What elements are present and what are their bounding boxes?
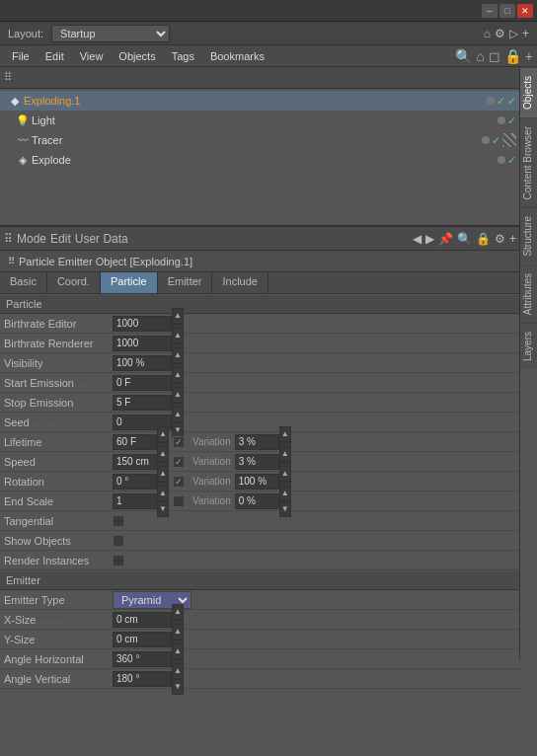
rotation-var-up[interactable]: ▲	[279, 466, 291, 482]
add-icon[interactable]: +	[525, 48, 533, 64]
show-objects-checkbox[interactable]	[113, 535, 124, 547]
visibility-up[interactable]: ▲	[172, 347, 184, 363]
angle-h-up[interactable]: ▲	[172, 643, 184, 659]
end-scale-var-input[interactable]	[235, 493, 279, 509]
tangential-checkbox[interactable]	[113, 515, 124, 527]
tab-coord[interactable]: Coord.	[47, 272, 101, 293]
section-emitter: Emitter	[0, 570, 520, 590]
tab-particle[interactable]: Particle	[101, 272, 158, 293]
dot-tracer1	[482, 136, 490, 144]
birthrate-editor-up[interactable]: ▲	[172, 308, 184, 324]
end-scale-up[interactable]: ▲	[157, 486, 169, 501]
menu-view[interactable]: View	[72, 48, 112, 64]
end-scale-input[interactable]	[113, 493, 157, 509]
seed-up[interactable]: ▲	[172, 407, 184, 422]
plus-icon[interactable]: +	[522, 27, 529, 40]
angle-v-input-group[interactable]: ▲ ▼	[113, 663, 184, 695]
end-scale-var-input-group[interactable]: ▲ ▼	[235, 486, 291, 517]
rotation-up[interactable]: ▲	[157, 466, 169, 482]
x-size-up[interactable]: ▲	[172, 604, 184, 620]
scene-obj-light[interactable]: 💡 Light ✓	[0, 111, 520, 130]
arrow-icon[interactable]: ▷	[509, 27, 518, 40]
stop-emission-up[interactable]: ▲	[172, 387, 184, 403]
close-button[interactable]: ✕	[517, 4, 533, 18]
attr-edit-icon[interactable]: Edit	[50, 232, 71, 246]
hatch-tracer	[502, 133, 516, 147]
rotation-label: Rotation	[4, 476, 113, 488]
tab-include[interactable]: Include	[212, 272, 268, 293]
start-emission-up[interactable]: ▲	[172, 367, 184, 383]
obj-name-exploding: Exploding.1	[24, 95, 487, 107]
search-icon[interactable]: 🔍	[455, 48, 472, 64]
attr-add2-icon[interactable]: +	[509, 232, 516, 246]
tab-emitter[interactable]: Emitter	[158, 272, 213, 293]
attr-forward-icon[interactable]: ▶	[425, 232, 434, 246]
end-scale-variation-checkbox[interactable]	[173, 495, 185, 507]
right-tab-attributes[interactable]: Attributes	[520, 265, 537, 323]
end-scale-var-up[interactable]: ▲	[279, 486, 291, 501]
menu-edit[interactable]: Edit	[38, 48, 72, 64]
speed-up[interactable]: ▲	[157, 446, 169, 462]
lock-icon[interactable]: 🔒	[504, 48, 521, 64]
prop-show-objects: Show Objects ...	[0, 531, 520, 551]
obj-name-light: Light	[32, 114, 498, 126]
scene-panel: ⠿ ◆ Exploding.1 ✓ ✓ 💡	[0, 67, 520, 227]
menu-file[interactable]: File	[4, 48, 38, 64]
explode-icon: ◈	[16, 153, 30, 167]
attr-pin-icon[interactable]: 📌	[438, 232, 453, 246]
lifetime-var-up[interactable]: ▲	[279, 426, 291, 442]
scene-obj-exploding[interactable]: ◆ Exploding.1 ✓ ✓	[0, 91, 520, 111]
tab-basic[interactable]: Basic	[0, 272, 47, 293]
emitter-section-label: Emitter	[6, 574, 40, 586]
attr-search2-icon[interactable]: 🔍	[457, 232, 472, 246]
seed-label: Seed ..........	[4, 416, 113, 428]
angle-vertical-label: Angle Vertical ...	[4, 673, 113, 685]
scene-obj-tracer[interactable]: 〰 Tracer ✓	[0, 130, 520, 150]
attr-title: Particle Emitter Object [Exploding.1]	[19, 256, 192, 267]
light-icon: 💡	[16, 113, 30, 127]
particle-section-label: Particle	[6, 298, 42, 310]
minimize-button[interactable]: ─	[482, 4, 498, 18]
attr-userdata-icon[interactable]: User Data	[75, 232, 128, 246]
dot1	[487, 97, 495, 105]
home-icon[interactable]: ⌂	[484, 27, 491, 40]
exploding-icon: ◆	[8, 94, 22, 108]
menu-tags[interactable]: Tags	[164, 48, 202, 64]
right-tab-content-browser[interactable]: Content Browser	[520, 117, 537, 207]
attr-back-icon[interactable]: ◀	[413, 232, 422, 246]
attr-lock2-icon[interactable]: 🔒	[476, 232, 491, 246]
dot-explode1	[498, 156, 505, 164]
settings-icon[interactable]: ⚙	[495, 27, 505, 40]
attributes-panel: ⠿ Mode Edit User Data ◀ ▶ 📌 🔍 🔒 ⚙ + ⠿ Pa…	[0, 227, 520, 689]
prop-end-scale: End Scale ▲ ▼ Variation ▲	[0, 491, 520, 511]
angle-v-down[interactable]: ▼	[172, 679, 184, 695]
scene-objects-list: ◆ Exploding.1 ✓ ✓ 💡 Light ✓	[0, 89, 520, 172]
render-instances-checkbox[interactable]	[113, 555, 124, 567]
menu-objects[interactable]: Objects	[111, 48, 163, 64]
speed-var-up[interactable]: ▲	[279, 446, 291, 462]
birthrate-renderer-up[interactable]: ▲	[172, 328, 184, 343]
attr-gear-icon[interactable]: ⚙	[495, 232, 505, 246]
right-tab-layers[interactable]: Layers	[520, 323, 537, 369]
emitter-type-label: Emitter Type ....	[4, 594, 113, 606]
layout-bar: Layout: Startup ⌂ ⚙ ▷ +	[0, 22, 537, 45]
maximize-button[interactable]: □	[499, 4, 515, 18]
menu-bookmarks[interactable]: Bookmarks	[202, 48, 272, 64]
right-tab-objects[interactable]: Objects	[520, 67, 537, 117]
right-tab-structure[interactable]: Structure	[520, 207, 537, 265]
lifetime-up[interactable]: ▲	[157, 426, 169, 442]
prop-tangential: Tangential ......	[0, 511, 520, 531]
y-size-up[interactable]: ▲	[172, 624, 184, 640]
layout-select[interactable]: Startup	[51, 25, 170, 42]
prop-angle-vertical: Angle Vertical ... ▲ ▼	[0, 669, 520, 689]
home-menu-icon[interactable]: ⌂	[476, 48, 484, 64]
angle-v-input[interactable]	[113, 671, 172, 687]
angle-v-up[interactable]: ▲	[172, 663, 184, 679]
scene-obj-explode[interactable]: ◈ Explode ✓	[0, 150, 520, 170]
attr-mode-icon[interactable]: Mode	[17, 232, 46, 246]
end-scale-input-group[interactable]: ▲ ▼	[113, 486, 169, 517]
end-scale-label: End Scale	[4, 495, 113, 507]
show-objects-label: Show Objects ...	[4, 535, 113, 547]
monitor-icon[interactable]: ◻	[489, 48, 500, 64]
title-bar: ─ □ ✕	[0, 0, 537, 22]
